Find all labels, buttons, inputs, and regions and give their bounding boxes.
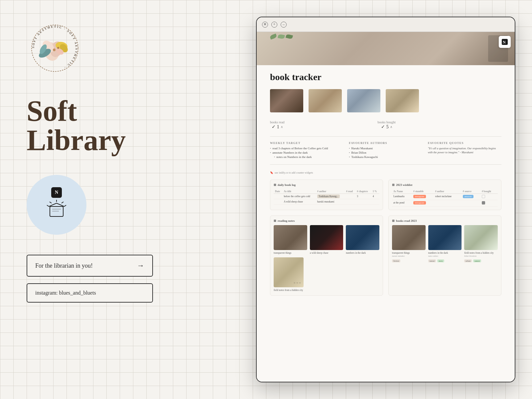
widget-note: 🔖 use indify.co to add counter widgets (270, 171, 501, 174)
books-bought-value: ✓ 5 ∧ (378, 124, 396, 130)
weekly-target-section: weekly target read 3 chapters of Before … (270, 141, 343, 160)
svg-rect-12 (50, 206, 63, 216)
title-line1: Soft (27, 95, 77, 127)
br-meta-1: narasi natsuko: (392, 255, 426, 257)
title-line2: Library (27, 124, 126, 156)
col-bought: # bought (480, 189, 498, 194)
stats-row: books read ✓ 1 ∧ books bought ✓ 5 ∧ (270, 120, 501, 130)
col-name: As Name (392, 189, 412, 194)
fav-authors-title: favourite authors (349, 141, 422, 145)
svg-line-14 (62, 202, 64, 203)
gallery-row: ⊞ reading notes transparent things a wil… (270, 215, 501, 296)
book-covers-row (270, 89, 501, 112)
quote-text: "It's all a question of imagination. Our… (428, 147, 501, 155)
br-tag-3: story (437, 259, 444, 262)
books-read-label: books read (270, 120, 285, 124)
gallery-item-1: transparent things (274, 225, 307, 255)
svg-point-10 (53, 49, 56, 51)
book-cover-2 (309, 89, 342, 112)
fav-quotes-title: favourite quotes (428, 141, 501, 145)
br-item-3: field notes from a hidden city bther blo… (464, 225, 498, 263)
col-chapters: # chapters (355, 189, 371, 194)
books-read-2023-title: ⊞ books read 2023 (392, 219, 498, 222)
cta-text: For the librarian in you! (35, 262, 93, 269)
br-label-3: field notes from a hidden city (464, 251, 498, 255)
br-tag-4: urban (464, 259, 472, 262)
svg-point-11 (57, 47, 59, 49)
instagram-box: instagram: blues_and_bluets (27, 283, 153, 303)
field-notes-item: field notes from a hidden city (274, 257, 304, 292)
main-title: Soft Library (27, 96, 126, 155)
col-source: # source (462, 189, 480, 194)
svg-line-16 (50, 202, 52, 203)
col-title: As title (282, 189, 316, 194)
svg-text:N: N (503, 40, 506, 45)
reading-notes-grid: transparent things a wild sheep chase nu… (274, 225, 379, 255)
header-image: N (257, 32, 515, 65)
checkbox-checked (482, 201, 485, 204)
col-author: # author (316, 189, 345, 194)
checkbox-unchecked (482, 195, 485, 198)
author-1: Haruki Murakami (349, 147, 422, 150)
cta-box[interactable]: For the librarian in you! → (27, 255, 153, 277)
daily-book-log: ⊞ daily book log Date As title # author … (270, 180, 383, 210)
browser-window: ✕ + – N book tracker (256, 17, 515, 382)
reading-notes-title: ⊞ reading notes (274, 219, 379, 222)
browser-content[interactable]: N book tracker books read ✓ 1 (257, 32, 515, 382)
leaf-1 (270, 34, 277, 40)
br-label-1: transparent things (392, 251, 426, 255)
favourite-quotes-section: favourite quotes "It's all a question of… (428, 141, 501, 160)
books-read-value: ✓ 1 ∧ (270, 124, 285, 130)
col-stumble: # stumble (412, 189, 434, 194)
cover-wild-sheep (310, 225, 343, 250)
maximize-button[interactable]: + (271, 22, 277, 28)
daily-log-title: ⊞ daily book log (274, 183, 379, 187)
left-panel: SOFT AESTHETIC · SOFT AESTHETIC · Soft L… (0, 0, 163, 399)
weekly-item-2: annotate Numbers in the dark (270, 151, 343, 154)
notion-box-icon (45, 199, 68, 222)
notion-logo-badge: N (499, 36, 511, 48)
weekly-item-3: notes on Numbers in the dark (274, 155, 343, 159)
books-read-grid: transparent things narasi natsuko: ficti… (392, 225, 498, 263)
br-cover-2 (428, 225, 462, 250)
gallery-label-3: numbers in the dark (346, 251, 379, 255)
book-cover-4 (386, 89, 419, 112)
cover-field-notes (274, 257, 304, 287)
br-tag-5: nature (473, 259, 481, 262)
gallery-label-2: a wild sheep chase (310, 251, 343, 255)
minimize-button[interactable]: – (281, 22, 287, 28)
table-row: Landmarks instagram robert mcfarlane ama… (392, 194, 498, 200)
leaf-2 (278, 34, 285, 39)
br-meta-3: bther blootion (464, 255, 498, 257)
notion-page: book tracker books read ✓ 1 ∧ (257, 65, 515, 314)
cover-transparent-things (274, 225, 307, 250)
gallery-label-1: transparent things (274, 251, 307, 255)
notion-circle: N (27, 175, 86, 235)
close-button[interactable]: ✕ (262, 22, 268, 28)
col-read: # read (345, 189, 355, 194)
page-title: book tracker (270, 72, 501, 82)
instagram-text: instagram: blues_and_bluets (35, 290, 96, 296)
br-meta-2: naru catino: (428, 255, 462, 257)
databases-row: ⊞ daily book log Date As title # author … (270, 180, 501, 210)
wishlist-2023: ⊞ 2023 wishlist As Name # stumble # auth… (388, 180, 501, 210)
books-read-stat: books read ✓ 1 ∧ (270, 120, 285, 130)
notion-badge: N (27, 175, 86, 235)
br-item-1: transparent things narasi natsuko: ficti… (392, 225, 426, 263)
cover-numbers-dark (346, 225, 379, 250)
col-date: Date (274, 189, 282, 194)
svg-line-15 (64, 205, 66, 206)
wishlist-table: As Name # stumble # author # source # bo… (392, 189, 498, 206)
gallery-item-3: numbers in the dark (346, 225, 379, 255)
svg-line-17 (47, 205, 49, 206)
table-row: at the pond instagram (392, 200, 498, 206)
leaf-3 (286, 34, 293, 40)
br-item-2: numbers in the dark naru catino: narasi … (428, 225, 462, 263)
notion-logo-icon: N (501, 38, 508, 46)
reading-notes-section: ⊞ reading notes transparent things a wil… (270, 215, 383, 296)
books-bought-stat: books bought ✓ 5 ∧ (378, 120, 396, 130)
br-label-2: numbers in the dark (428, 251, 462, 255)
book-cover-3 (347, 89, 380, 112)
logo-area: SOFT AESTHETIC · SOFT AESTHETIC · (27, 20, 83, 76)
books-bought-label: books bought (378, 120, 396, 124)
